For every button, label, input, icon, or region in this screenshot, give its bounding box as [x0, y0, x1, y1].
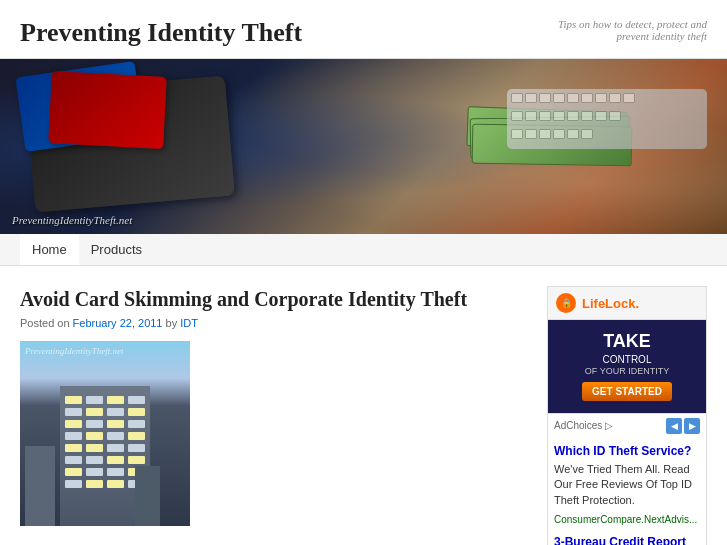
- lifelock-logo-icon: 🔒: [556, 293, 576, 313]
- keyboard-decoration: [507, 89, 707, 149]
- lifelock-logo-text: LifeLock.: [582, 296, 639, 311]
- ad-source-1: ConsumerCompare.NextAdvis...: [554, 514, 700, 525]
- lifelock-ad: 🔒 LifeLock. TAKE CONTROL OF YOUR IDENTIT…: [547, 286, 707, 545]
- image-watermark: PreventingIdentityTheft.net: [25, 346, 123, 356]
- lifelock-take-text: TAKE: [558, 332, 696, 352]
- ad-desc-1: We've Tried Them All. Read Our Free Revi…: [554, 462, 700, 508]
- building-right: [135, 466, 160, 526]
- building-left: [25, 446, 55, 526]
- lifelock-cta-button[interactable]: GET STARTED: [582, 382, 672, 401]
- lifelock-control-text: CONTROL OF YOUR IDENTITY: [558, 354, 696, 376]
- main-nav: Home Products: [0, 234, 727, 266]
- main-content: Avoid Card Skimming and Corporate Identi…: [20, 286, 527, 526]
- post-title: Avoid Card Skimming and Corporate Identi…: [20, 286, 527, 312]
- post-date-link[interactable]: February 22, 2011: [73, 317, 163, 329]
- ad-text-block: Which ID Theft Service? We've Tried Them…: [548, 438, 706, 545]
- site-tagline: Tips on how to detect, protect and preve…: [527, 18, 707, 42]
- ad-navigation: ◀ ▶: [666, 418, 700, 434]
- hero-content: [0, 59, 727, 234]
- ad-prev-button[interactable]: ◀: [666, 418, 682, 434]
- post-author-link[interactable]: IDT: [180, 317, 198, 329]
- site-title: Preventing Identity Theft: [20, 18, 302, 48]
- building-windows: [65, 396, 145, 488]
- nav-item-products[interactable]: Products: [79, 234, 154, 265]
- site-header: Preventing Identity Theft Tips on how to…: [0, 0, 727, 59]
- nav-item-home[interactable]: Home: [20, 234, 79, 265]
- sidebar: 🔒 LifeLock. TAKE CONTROL OF YOUR IDENTIT…: [547, 286, 707, 545]
- ad-link-1[interactable]: Which ID Theft Service?: [554, 444, 700, 458]
- hero-banner: PreventingIdentityTheft.net: [0, 59, 727, 234]
- content-area: Avoid Card Skimming and Corporate Identi…: [0, 266, 727, 545]
- ad-next-button[interactable]: ▶: [684, 418, 700, 434]
- post-image: PreventingIdentityTheft.net: [20, 341, 190, 526]
- post-meta: Posted on February 22, 2011 by IDT: [20, 317, 527, 329]
- card-decoration-2: [48, 71, 167, 149]
- ad-choices-row: AdChoices ▷ ◀ ▶: [548, 413, 706, 438]
- ad-link-2[interactable]: 3-Bureau Credit Report: [554, 535, 700, 545]
- lifelock-body: TAKE CONTROL OF YOUR IDENTITY GET STARTE…: [548, 320, 706, 413]
- post-image-container: PreventingIdentityTheft.net: [20, 341, 190, 526]
- lifelock-header: 🔒 LifeLock.: [548, 287, 706, 320]
- ad-choices-text: AdChoices ▷: [554, 420, 613, 431]
- hero-watermark: PreventingIdentityTheft.net: [12, 214, 132, 226]
